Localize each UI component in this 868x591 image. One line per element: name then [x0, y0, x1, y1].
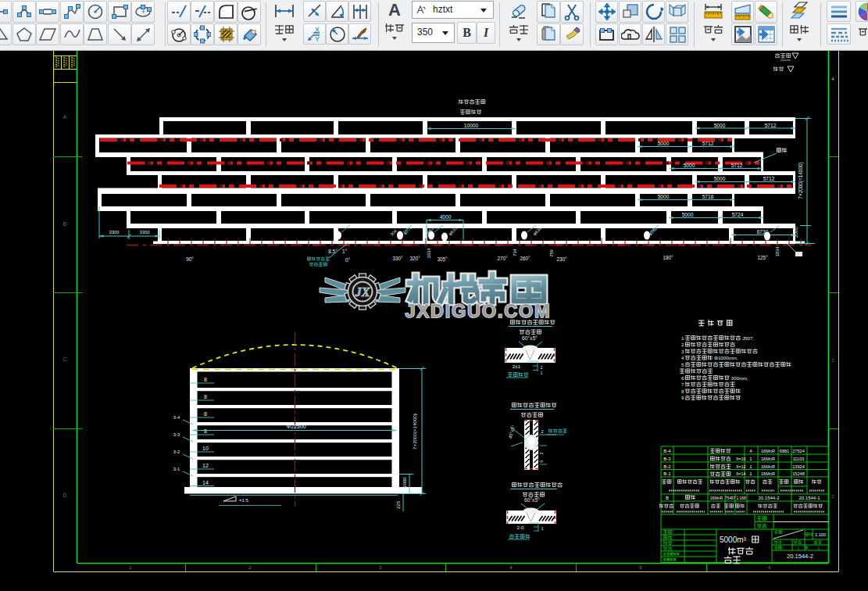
- svg-text:1:100: 1:100: [815, 532, 826, 537]
- svg-text:3300: 3300: [109, 230, 120, 235]
- svg-text:3-4: 3-4: [173, 415, 180, 420]
- svg-text:5724: 5724: [732, 212, 744, 217]
- svg-text:6: 6: [681, 375, 684, 381]
- svg-text:230°: 230°: [556, 256, 567, 262]
- svg-text:B-1: B-1: [663, 471, 671, 476]
- svg-text:3-2: 3-2: [173, 450, 180, 454]
- svg-text:16MnR: 16MnR: [761, 457, 775, 461]
- svg-text:8: 8: [681, 389, 684, 394]
- svg-text:5000: 5000: [714, 123, 726, 128]
- svg-text:8: 8: [204, 394, 207, 399]
- svg-text:0°: 0°: [345, 257, 351, 263]
- svg-text:Φ22500: Φ22500: [286, 424, 305, 429]
- svg-text:1: 1: [798, 546, 800, 550]
- svg-text:5712: 5712: [731, 163, 743, 168]
- svg-text:B: B: [666, 495, 669, 500]
- svg-text:8.5°: 8.5°: [328, 249, 338, 254]
- svg-text:10000: 10000: [464, 123, 479, 128]
- svg-text:8: 8: [204, 411, 207, 417]
- svg-text:260°: 260°: [520, 256, 530, 261]
- svg-text:16MnR: 16MnR: [761, 449, 775, 453]
- svg-text:20.1544-2: 20.1544-2: [787, 553, 813, 560]
- svg-text:225: 225: [396, 500, 401, 509]
- svg-text:δ=12: δ=12: [736, 464, 745, 469]
- svg-text:B-2: B-2: [663, 464, 671, 469]
- svg-text:1: 1: [541, 371, 543, 375]
- svg-text:B-3: B-3: [663, 457, 671, 461]
- svg-text:5000: 5000: [658, 194, 670, 199]
- svg-text:330°: 330°: [392, 256, 403, 261]
- svg-text:13924: 13924: [792, 464, 805, 469]
- svg-text:3-3: 3-3: [173, 432, 180, 437]
- svg-text:5712: 5712: [763, 176, 775, 181]
- svg-text:4000: 4000: [440, 214, 452, 220]
- svg-text:180°: 180°: [663, 255, 673, 260]
- svg-text:1: 1: [681, 335, 684, 341]
- svg-text:20.1544-2: 20.1544-2: [758, 496, 780, 500]
- svg-text:10: 10: [202, 446, 209, 451]
- svg-text:20.1544-1: 20.1544-1: [798, 496, 820, 500]
- svg-text:125°: 125°: [757, 255, 768, 260]
- svg-text:Φ1000mm,: Φ1000mm,: [714, 355, 738, 360]
- svg-text:JXDIGUO.COM: JXDIGUO.COM: [405, 301, 552, 321]
- svg-text:2: 2: [541, 429, 543, 434]
- svg-text:B-4: B-4: [663, 449, 671, 453]
- svg-text:16MnR: 16MnR: [761, 471, 775, 476]
- svg-text:60°±5°: 60°±5°: [524, 497, 540, 503]
- svg-text:15248: 15248: [792, 471, 805, 476]
- svg-text:1: 1: [818, 546, 820, 550]
- svg-text:3: 3: [681, 349, 684, 354]
- svg-text:270°: 270°: [497, 256, 508, 261]
- svg-text:5000: 5000: [684, 163, 695, 168]
- svg-text:Y: Y: [315, 35, 320, 43]
- svg-text:1034: 1034: [775, 246, 780, 257]
- svg-text:90°: 90°: [186, 256, 194, 262]
- svg-text:B: B: [63, 221, 66, 227]
- svg-text:2-0: 2-0: [517, 525, 525, 530]
- svg-text:3-1: 3-1: [173, 467, 180, 471]
- svg-text:7×2000(=14000): 7×2000(=14000): [412, 414, 417, 450]
- svg-text:2: 2: [681, 342, 684, 347]
- svg-text:8: 8: [204, 377, 207, 382]
- svg-text:75497: 75497: [725, 496, 736, 500]
- svg-text:12: 12: [202, 463, 209, 468]
- svg-text:16MnR: 16MnR: [761, 464, 775, 469]
- svg-text:δ=10: δ=10: [736, 457, 745, 461]
- svg-text:759: 759: [549, 249, 554, 257]
- svg-text:9: 9: [681, 395, 684, 400]
- svg-text:305°: 305°: [437, 256, 448, 262]
- svg-text:5000: 5000: [714, 176, 726, 181]
- svg-text:734: 734: [513, 248, 517, 256]
- svg-text:=1:5: =1:5: [239, 498, 249, 503]
- svg-text:1: 1: [541, 527, 544, 531]
- svg-text:1034: 1034: [427, 248, 431, 259]
- svg-text:320°: 320°: [409, 256, 420, 261]
- svg-text:5716: 5716: [702, 194, 714, 199]
- svg-text:1°: 1°: [342, 249, 348, 254]
- svg-text:2±1: 2±1: [513, 364, 521, 369]
- svg-text:C: C: [63, 356, 67, 362]
- svg-text:16MnR: 16MnR: [710, 496, 723, 500]
- svg-text:1:168: 1:168: [736, 496, 746, 500]
- svg-text:D: D: [63, 492, 67, 498]
- svg-text:0: 0: [539, 460, 544, 462]
- svg-text:5000: 5000: [658, 141, 670, 146]
- svg-text:7: 7: [681, 381, 684, 387]
- svg-text:5712: 5712: [765, 123, 777, 128]
- svg-text:5000: 5000: [682, 212, 694, 217]
- svg-text:6881: 6881: [780, 449, 789, 453]
- svg-text:2: 2: [539, 452, 544, 454]
- svg-text:8: 8: [204, 428, 207, 434]
- svg-text:δ=14: δ=14: [736, 471, 745, 476]
- svg-text:2000: 2000: [402, 477, 407, 488]
- svg-text:11103: 11103: [793, 457, 805, 461]
- svg-text:4: 4: [681, 355, 684, 360]
- svg-text:7×2000(=14000): 7×2000(=14000): [798, 162, 804, 199]
- svg-text:27524: 27524: [792, 449, 805, 453]
- svg-text:3300: 3300: [140, 230, 150, 235]
- svg-text:5: 5: [681, 362, 684, 367]
- svg-text:2000: 2000: [793, 227, 798, 238]
- svg-text:14: 14: [202, 480, 209, 485]
- svg-text:2: 2: [541, 366, 543, 370]
- svg-text:5712: 5712: [702, 141, 714, 146]
